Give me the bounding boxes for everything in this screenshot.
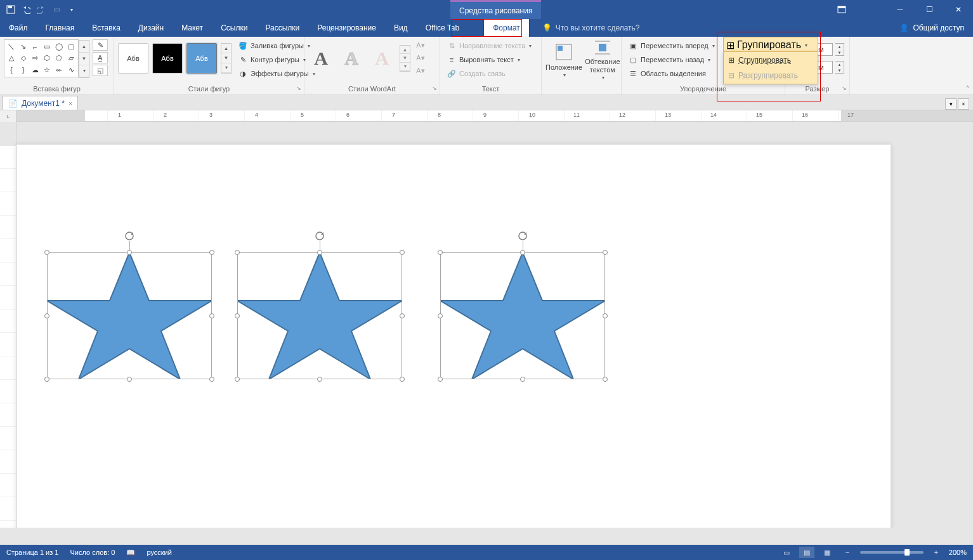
resize-handle[interactable] <box>44 313 49 318</box>
document-workspace[interactable] <box>0 122 973 528</box>
close-button[interactable]: ✕ <box>944 0 973 19</box>
resize-handle[interactable] <box>438 313 443 318</box>
group-menu-group-item[interactable]: ⊞ Сгруппировать <box>724 53 817 68</box>
tab-layout[interactable]: Макет <box>173 19 212 37</box>
read-mode-icon[interactable]: ▭ <box>779 547 794 558</box>
tell-me-search[interactable]: 💡 Что вы хотите сделать? <box>530 19 640 37</box>
tab-close-icon[interactable]: × <box>958 98 969 110</box>
qat-customize-icon[interactable]: ▾ <box>66 4 77 15</box>
document-tab-1[interactable]: 📄 Документ1 * × <box>3 96 78 110</box>
ruler-horizontal[interactable]: 1 2 3 4 5 6 7 8 9 10 11 12 13 14 15 16 1… <box>16 110 973 122</box>
text-effects-icon[interactable]: A▾ <box>414 65 427 77</box>
text-fill-icon[interactable]: A▾ <box>414 39 427 51</box>
shape-hexagon-icon[interactable]: ⬡ <box>42 53 53 63</box>
wordart-style-1[interactable]: A <box>308 46 334 71</box>
wrap-text-button[interactable]: Обтекание текстом▾ <box>585 39 620 80</box>
selection-pane-button[interactable]: ☰Область выделения <box>625 67 717 80</box>
resize-handle[interactable] <box>603 377 608 382</box>
rotate-handle[interactable] <box>124 231 134 241</box>
bring-forward-button[interactable]: ▣Переместить вперед▾ <box>625 39 717 52</box>
tab-home[interactable]: Главная <box>37 19 84 37</box>
shape-styles-launcher-icon[interactable]: ↘ <box>295 85 303 93</box>
wordart-gallery[interactable]: A A A ▲▼▾ <box>308 39 410 77</box>
status-page[interactable]: Страница 1 из 1 <box>6 549 58 556</box>
resize-handle[interactable] <box>317 377 322 382</box>
resize-handle[interactable] <box>44 250 49 255</box>
resize-handle[interactable] <box>235 377 240 382</box>
zoom-out-icon[interactable]: − <box>840 547 855 558</box>
resize-handle[interactable] <box>44 377 49 382</box>
resize-handle[interactable] <box>209 313 214 318</box>
shape-connector-icon[interactable]: ⌐ <box>30 41 41 52</box>
web-layout-icon[interactable]: ▦ <box>820 547 835 558</box>
resize-handle[interactable] <box>400 313 405 318</box>
shape-star-3[interactable] <box>440 252 605 379</box>
tab-officetab[interactable]: Office Tab <box>417 19 469 37</box>
shape-roundrect-icon[interactable]: ▢ <box>65 41 77 52</box>
zoom-level[interactable]: 200% <box>949 549 967 556</box>
resize-handle[interactable] <box>438 377 443 382</box>
tab-references[interactable]: Ссылки <box>212 19 256 37</box>
wordart-launcher-icon[interactable]: ↘ <box>431 85 438 93</box>
zoom-slider[interactable] <box>860 551 924 554</box>
resize-handle[interactable] <box>400 377 405 382</box>
change-shape-icon[interactable]: ◱ <box>93 65 108 76</box>
share-button[interactable]: 👤 Общий доступ <box>891 19 973 37</box>
tab-file[interactable]: Файл <box>0 19 37 37</box>
document-page[interactable] <box>16 145 891 528</box>
collapse-ribbon-icon[interactable]: ˄ <box>966 85 969 92</box>
resize-handle[interactable] <box>438 250 443 255</box>
shape-style-gallery[interactable]: Абв Абв Абв ▲▼▾ <box>118 39 232 77</box>
rotate-handle[interactable] <box>315 231 325 241</box>
size-launcher-icon[interactable]: ↘ <box>840 85 848 93</box>
resize-handle[interactable] <box>127 377 132 382</box>
status-words[interactable]: Число слов: 0 <box>70 549 115 556</box>
resize-handle[interactable] <box>127 250 132 255</box>
textbox-icon[interactable]: A̲ <box>93 52 108 63</box>
shape-brace-icon[interactable]: { <box>6 65 17 75</box>
wordart-scroll[interactable]: ▲▼▾ <box>400 45 410 72</box>
touch-mode-icon[interactable]: ▭ <box>51 4 62 15</box>
shape-arrow-icon[interactable]: ↘ <box>18 41 29 52</box>
shape-diamond-icon[interactable]: ◇ <box>18 53 29 63</box>
shape-style-1[interactable]: Абв <box>118 43 148 74</box>
shape-style-2[interactable]: Абв <box>152 43 183 74</box>
resize-handle[interactable] <box>209 377 214 382</box>
shape-style-scroll[interactable]: ▲▼▾ <box>221 43 232 74</box>
close-tab-icon[interactable]: × <box>69 100 72 107</box>
shape-curve-icon[interactable]: ∿ <box>65 65 77 75</box>
send-backward-button[interactable]: ▢Переместить назад▾ <box>625 53 717 66</box>
shape-callout-icon[interactable]: ▱ <box>65 53 77 63</box>
shape-rect-icon[interactable]: ▭ <box>42 41 53 52</box>
shape-line-icon[interactable]: ＼ <box>6 41 17 52</box>
redo-icon[interactable] <box>36 4 47 15</box>
shape-cloud-icon[interactable]: ☁ <box>30 65 41 75</box>
resize-handle[interactable] <box>603 250 608 255</box>
shape-style-3-selected[interactable]: Абв <box>186 43 217 74</box>
tab-view[interactable]: Вид <box>385 19 417 37</box>
align-text-button[interactable]: ≡Выровнять текст▾ <box>444 53 534 66</box>
shape-pentagon-icon[interactable]: ⬠ <box>53 53 65 63</box>
resize-handle[interactable] <box>520 377 525 382</box>
shape-star-2[interactable] <box>237 252 402 379</box>
wordart-style-2[interactable]: A <box>339 46 364 71</box>
resize-handle[interactable] <box>520 250 525 255</box>
resize-handle[interactable] <box>235 313 240 318</box>
shape-brace2-icon[interactable]: } <box>18 65 29 75</box>
save-icon[interactable] <box>5 4 16 15</box>
shape-banner-icon[interactable]: ⬰ <box>53 65 65 75</box>
shape-star-icon[interactable]: ☆ <box>42 65 53 75</box>
tab-review[interactable]: Рецензирование <box>308 19 385 37</box>
shape-rightarrow-icon[interactable]: ⇨ <box>30 53 41 63</box>
zoom-in-icon[interactable]: + <box>929 547 944 558</box>
ruler-vertical[interactable] <box>0 122 16 528</box>
shape-triangle-icon[interactable]: △ <box>6 53 17 63</box>
tab-design[interactable]: Дизайн <box>129 19 173 37</box>
minimize-button[interactable]: ─ <box>885 0 915 19</box>
tab-format[interactable]: Формат <box>483 19 530 37</box>
position-button[interactable]: Положение▾ <box>545 39 582 80</box>
resize-handle[interactable] <box>400 250 405 255</box>
text-outline-icon[interactable]: A▾ <box>414 52 427 64</box>
height-spinner[interactable]: ▲▼ <box>835 43 844 56</box>
shapes-gallery-scroll[interactable]: ▲▼▾ <box>79 40 89 78</box>
